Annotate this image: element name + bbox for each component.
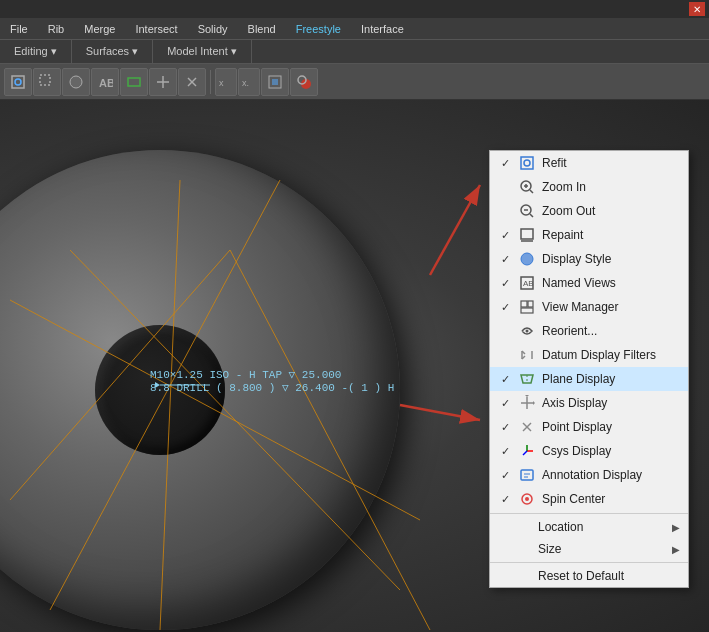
menu-item-displaystyle-label: Display Style — [542, 252, 680, 266]
menu-bar: File Rib Merge Intersect Solidy Blend Fr… — [0, 18, 709, 40]
toolbar-btn-x2[interactable]: x. — [238, 68, 260, 96]
menu-file[interactable]: File — [6, 21, 32, 37]
menu-item-size-label: Size — [538, 542, 666, 556]
check-viewmanager: ✓ — [498, 300, 512, 314]
menu-item-displaystyle[interactable]: ✓ Display Style — [490, 247, 688, 271]
reorient-icon — [518, 322, 536, 340]
tab-editing[interactable]: Editing ▾ — [0, 40, 72, 63]
main-viewport-area[interactable]: M10×1.25 ISO - H TAP ▽ 25.000 8.8 DRILL … — [0, 100, 709, 632]
menu-item-reorient-label: Reorient... — [542, 324, 680, 338]
menu-item-axisdisplay-label: Axis Display — [542, 396, 680, 410]
menu-interface[interactable]: Interface — [357, 21, 408, 37]
svg-marker-56 — [525, 395, 529, 397]
menu-item-namedviews[interactable]: ✓ AB Named Views — [490, 271, 688, 295]
menu-merge[interactable]: Merge — [80, 21, 119, 37]
menu-item-reorient[interactable]: Reorient... — [490, 319, 688, 343]
tab-modelintent[interactable]: Model Intent ▾ — [153, 40, 252, 63]
svg-line-22 — [50, 180, 280, 610]
check-axisdisplay: ✓ — [498, 396, 512, 410]
size-submenu-arrow: ▶ — [672, 544, 680, 555]
menu-item-namedviews-label: Named Views — [542, 276, 680, 290]
menu-item-viewmanager[interactable]: ✓ View Manager — [490, 295, 688, 319]
svg-rect-0 — [12, 76, 24, 88]
icon-empty-reset — [518, 569, 532, 583]
toolbar-btn-x1[interactable]: x — [215, 68, 237, 96]
check-namedviews: ✓ — [498, 276, 512, 290]
view-manager-icon — [518, 298, 536, 316]
menu-item-zoomout[interactable]: Zoom Out — [490, 199, 688, 223]
svg-rect-2 — [40, 75, 50, 85]
menu-item-datumfilters-label: Datum Display Filters — [542, 348, 680, 362]
toolbar: AB x x. — [0, 64, 709, 100]
toolbar-btn-refit[interactable] — [4, 68, 32, 96]
check-spincenter: ✓ — [498, 492, 512, 506]
menu-rib[interactable]: Rib — [44, 21, 69, 37]
check-repaint: ✓ — [498, 228, 512, 242]
svg-text:x.: x. — [242, 78, 249, 88]
menu-divider-2 — [490, 562, 688, 563]
menu-freestyle[interactable]: Freestyle — [292, 21, 345, 37]
menu-item-repaint-label: Repaint — [542, 228, 680, 242]
svg-rect-43 — [521, 301, 527, 307]
svg-marker-55 — [533, 401, 535, 405]
svg-line-20 — [70, 250, 400, 590]
check-empty-location — [498, 520, 512, 534]
display-style-icon — [518, 250, 536, 268]
menu-item-axisdisplay[interactable]: ✓ Axis Display — [490, 391, 688, 415]
toolbar-btn-zoom-box[interactable] — [33, 68, 61, 96]
menu-item-cyssdisplay[interactable]: ✓ Csys Display — [490, 439, 688, 463]
svg-rect-14 — [272, 79, 278, 85]
svg-point-66 — [525, 497, 529, 501]
toolbar-btn-plane[interactable] — [120, 68, 148, 96]
menu-intersect[interactable]: Intersect — [131, 21, 181, 37]
tab-surfaces[interactable]: Surfaces ▾ — [72, 40, 153, 63]
toolbar-group-view: AB — [4, 68, 206, 96]
menu-item-annotationdisplay[interactable]: ✓ Annotation Display — [490, 463, 688, 487]
point-icon — [518, 418, 536, 436]
check-annotationdisplay: ✓ — [498, 468, 512, 482]
datum-icon — [518, 346, 536, 364]
svg-rect-62 — [521, 470, 533, 480]
toolbar-btn-text[interactable]: AB — [91, 68, 119, 96]
toolbar-btn-circle-red[interactable] — [290, 68, 318, 96]
refit-icon — [518, 154, 536, 172]
menu-item-location[interactable]: Location ▶ — [490, 516, 688, 538]
svg-text:AB: AB — [523, 279, 534, 288]
axis-icon — [518, 394, 536, 412]
toolbar-btn-grid[interactable] — [261, 68, 289, 96]
menu-item-spincenter[interactable]: ✓ Spin Center — [490, 487, 688, 511]
svg-line-19 — [10, 300, 420, 520]
svg-line-61 — [523, 451, 527, 455]
ribbon-tabs: Editing ▾ Surfaces ▾ Model Intent ▾ — [0, 40, 709, 64]
check-empty-size — [498, 542, 512, 556]
zoom-out-icon — [518, 202, 536, 220]
toolbar-btn-point[interactable] — [178, 68, 206, 96]
svg-text:AB: AB — [99, 77, 113, 89]
menu-item-zoomin[interactable]: Zoom In — [490, 175, 688, 199]
check-cyssdisplay: ✓ — [498, 444, 512, 458]
svg-line-27 — [400, 405, 480, 420]
zoom-in-icon — [518, 178, 536, 196]
menu-item-pointdisplay[interactable]: ✓ Point Display — [490, 415, 688, 439]
menu-item-size[interactable]: Size ▶ — [490, 538, 688, 560]
toolbar-btn-axis[interactable] — [149, 68, 177, 96]
toolbar-btn-shade[interactable] — [62, 68, 90, 96]
svg-line-18 — [230, 250, 430, 630]
menu-item-resetdefault[interactable]: Reset to Default — [490, 565, 688, 587]
svg-point-1 — [15, 79, 21, 85]
menu-item-repaint[interactable]: ✓ Repaint — [490, 223, 688, 247]
close-button[interactable]: ✕ — [689, 2, 705, 16]
icon-empty-location — [518, 520, 532, 534]
menu-item-refit-label: Refit — [542, 156, 680, 170]
svg-rect-44 — [528, 301, 533, 307]
menu-item-refit[interactable]: ✓ Refit — [490, 151, 688, 175]
menu-solidy[interactable]: Solidy — [194, 21, 232, 37]
menu-item-planedisplay-label: Plane Display — [542, 372, 680, 386]
menu-blend[interactable]: Blend — [244, 21, 280, 37]
menu-item-cyssdisplay-label: Csys Display — [542, 444, 680, 458]
menu-item-planedisplay[interactable]: ✓ Plane Display — [490, 367, 688, 391]
check-refit: ✓ — [498, 156, 512, 170]
title-bar: ✕ — [0, 0, 709, 18]
menu-item-zoomin-label: Zoom In — [542, 180, 680, 194]
menu-item-datumfilters[interactable]: Datum Display Filters — [490, 343, 688, 367]
